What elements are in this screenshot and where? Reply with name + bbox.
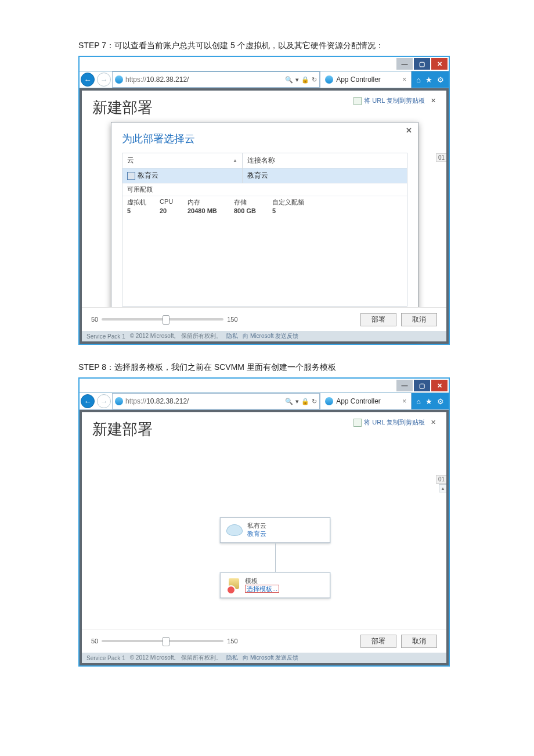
select-template-link[interactable]: 选择模板...	[245, 585, 279, 593]
dialog-title: 为此部署选择云	[122, 132, 407, 146]
template-node[interactable]: 模板 选择模板...	[220, 573, 330, 598]
address-row: ← → https://10.82.38.212/ 🔍 ▾ 🔒 ↻ App Co…	[80, 71, 449, 88]
url-scheme: https://	[125, 75, 146, 84]
dialog-close-button[interactable]: ✕	[406, 126, 412, 135]
url-scheme: https://	[125, 397, 146, 405]
url-host: 10.82.38.212/	[146, 397, 189, 405]
tab-close-icon[interactable]: ×	[402, 75, 406, 84]
home-icon[interactable]: ⌂	[416, 75, 421, 84]
tab-strip: App Controller ×	[320, 393, 412, 409]
status-feedback-link[interactable]: 向 Microsoft 发送反馈	[243, 654, 298, 662]
browser-tab[interactable]: App Controller ×	[320, 393, 412, 409]
dropdown-icon[interactable]: ▾	[295, 398, 299, 405]
status-privacy-link[interactable]: 隐私	[226, 332, 238, 340]
settings-icon[interactable]: ⚙	[437, 397, 444, 406]
window-close-button[interactable]: ✕	[431, 380, 448, 391]
ie-icon	[325, 75, 333, 84]
refresh-icon[interactable]: ↻	[312, 76, 317, 84]
zoom-mid-label: 150	[227, 638, 237, 645]
browser-tool-icons: ⌂ ★ ⚙	[412, 393, 449, 409]
window-minimize-button[interactable]: —	[396, 380, 413, 391]
address-row: ← → https://10.82.38.212/ 🔍 ▾ 🔒 ↻ App Co…	[80, 393, 449, 409]
address-bar[interactable]: https://10.82.38.212/ 🔍 ▾ 🔒 ↻	[112, 393, 320, 409]
cloud-row-connection: 教育云	[243, 168, 407, 183]
step8-caption: STEP 8：选择服务模板，我们之前在 SCVMM 里面有创建一个服务模板	[78, 362, 456, 373]
close-icon[interactable]: ✕	[431, 97, 436, 105]
cloud-table-header: 云 ▲ 连接名称	[122, 153, 407, 168]
close-icon[interactable]: ✕	[431, 419, 436, 426]
nav-forward-button[interactable]: →	[96, 393, 112, 409]
new-deployment-panel: 新建部署 将 URL 复制到剪贴板 ✕ 01 ✕ 为此部署选择云 云	[82, 91, 446, 331]
status-sp: Service Pack 1	[86, 655, 125, 661]
deployment-canvas[interactable]: 私有云 教育云 模板 选择模板...	[92, 442, 436, 639]
deploy-button[interactable]: 部署	[360, 313, 396, 326]
tab-close-icon[interactable]: ×	[402, 397, 406, 405]
sort-asc-icon: ▲	[233, 158, 237, 163]
col-cloud-header[interactable]: 云 ▲	[122, 153, 243, 168]
footer-cancel-button[interactable]: 取消	[401, 313, 437, 326]
ie-icon	[115, 397, 123, 405]
window-maximize-button[interactable]: ▢	[414, 380, 430, 391]
status-privacy-link[interactable]: 隐私	[226, 654, 238, 662]
nav-forward-button[interactable]: →	[96, 71, 112, 88]
browser-tool-icons: ⌂ ★ ⚙	[412, 71, 449, 88]
window-close-button[interactable]: ✕	[431, 58, 448, 70]
cloud-row-icon	[127, 172, 135, 180]
zoom-slider[interactable]: 50 150	[91, 638, 238, 645]
side-badge: 01	[436, 475, 446, 484]
footer-bar: 50 150 部署 取消	[82, 629, 446, 653]
copy-url-label: 将 URL 复制到剪贴板	[364, 96, 425, 105]
search-icon[interactable]: 🔍	[285, 398, 293, 405]
zoom-slider[interactable]: 50 150	[91, 316, 238, 323]
refresh-icon[interactable]: ↻	[312, 398, 317, 405]
copy-url-link[interactable]: 将 URL 复制到剪贴板 ✕	[353, 418, 436, 427]
quota-subheader: 可用配额	[122, 183, 407, 196]
template-node-title: 模板	[245, 577, 258, 584]
lock-icon: 🔒	[301, 398, 309, 405]
tab-title: App Controller	[336, 75, 381, 84]
status-bar: Service Pack 1 © 2012 Microsoft。 保留所有权利。…	[82, 653, 446, 663]
step7-caption: STEP 7：可以查看当前账户总共可以创建 5 个虚拟机，以及其它硬件资源分配情…	[78, 41, 456, 51]
nav-back-button[interactable]: ←	[80, 393, 96, 409]
search-icon[interactable]: 🔍	[285, 76, 293, 84]
url-host: 10.82.38.212/	[146, 75, 189, 84]
cloud-node-name: 教育云	[247, 530, 266, 537]
copy-url-link[interactable]: 将 URL 复制到剪贴板 ✕	[353, 96, 436, 105]
settings-icon[interactable]: ⚙	[437, 75, 444, 84]
cloud-row-selected[interactable]: 教育云 教育云	[122, 168, 407, 183]
content-area: 新建部署 将 URL 复制到剪贴板 ✕ 01 ✕ 为此部署选择云 云	[80, 88, 449, 344]
step8-window: — ▢ ✕ ← → https://10.82.38.212/ 🔍 ▾ 🔒 ↻	[78, 377, 450, 667]
clipboard-icon	[353, 419, 362, 427]
window-maximize-button[interactable]: ▢	[414, 58, 430, 70]
cloud-node[interactable]: 私有云 教育云	[220, 517, 330, 543]
window-minimize-button[interactable]: —	[396, 58, 413, 70]
footer-bar: 50 150 部署 取消	[82, 307, 446, 331]
template-icon	[226, 578, 240, 592]
favorites-icon[interactable]: ★	[425, 75, 432, 84]
step7-window: — ▢ ✕ ← → https://10.82.38.212/ 🔍 ▾ 🔒 ↻	[78, 56, 450, 345]
select-cloud-dialog: ✕ 为此部署选择云 云 ▲ 连接名称	[111, 122, 418, 337]
status-feedback-link[interactable]: 向 Microsoft 发送反馈	[243, 332, 298, 340]
browser-tab[interactable]: App Controller ×	[320, 71, 412, 88]
zoom-min-label: 50	[91, 316, 98, 323]
favorites-icon[interactable]: ★	[425, 397, 432, 406]
cloud-node-title: 私有云	[247, 522, 266, 529]
address-bar[interactable]: https://10.82.38.212/ 🔍 ▾ 🔒 ↻	[112, 71, 320, 88]
ie-icon	[325, 397, 333, 405]
quota-labels-row: 虚拟机 CPU 内存 存储 自定义配额	[122, 196, 407, 207]
deploy-button[interactable]: 部署	[360, 635, 396, 648]
col-connection-header[interactable]: 连接名称	[243, 153, 407, 168]
tab-title: App Controller	[336, 397, 381, 405]
zoom-mid-label: 150	[227, 316, 237, 323]
nav-back-button[interactable]: ←	[80, 71, 96, 88]
footer-cancel-button[interactable]: 取消	[401, 635, 437, 648]
tab-strip: App Controller ×	[320, 71, 412, 88]
dropdown-icon[interactable]: ▾	[295, 76, 299, 84]
side-badge: 01	[436, 153, 446, 162]
cloud-row-name: 教育云	[138, 171, 158, 181]
side-scroll-up[interactable]: ▲	[439, 484, 446, 492]
window-titlebar: — ▢ ✕	[80, 57, 449, 71]
status-sp: Service Pack 1	[86, 333, 125, 340]
home-icon[interactable]: ⌂	[416, 397, 421, 406]
lock-icon: 🔒	[301, 76, 309, 84]
